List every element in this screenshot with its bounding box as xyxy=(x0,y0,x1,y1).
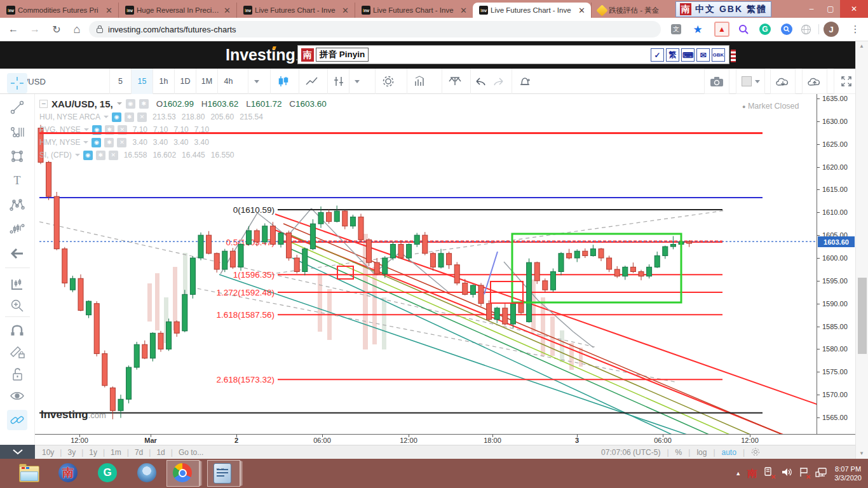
tab-close-icon[interactable]: ✕ xyxy=(104,6,114,15)
scroll-down-icon[interactable]: ▼ xyxy=(859,451,864,456)
overlay-remove-icon[interactable]: ✕ xyxy=(117,138,126,147)
range-1d[interactable]: 1d xyxy=(156,448,165,457)
log-scale-button[interactable]: log xyxy=(696,448,707,457)
magnet-tool[interactable] xyxy=(7,321,27,341)
drawing-mode-pencil-tool[interactable] xyxy=(7,342,27,363)
sidebar-bottom-collapse[interactable] xyxy=(0,445,35,459)
redo-icon[interactable] xyxy=(489,69,508,94)
snapshot-camera-icon[interactable] xyxy=(704,69,729,94)
legend-overlay-row[interactable]: HMY, NYSE◉✱✕3.403.403.403.40 xyxy=(39,136,327,149)
timeframe-1h[interactable]: 1h xyxy=(153,69,174,94)
forecast-tool[interactable] xyxy=(7,219,27,239)
save-chart-cloud-icon[interactable] xyxy=(802,69,827,94)
auto-scale-button[interactable]: auto xyxy=(722,448,736,457)
settings-gear-icon[interactable] xyxy=(375,69,400,94)
tab-close-icon[interactable]: ✕ xyxy=(222,6,233,15)
ime-language-bar[interactable]: 南 中文 GBK 繁體 xyxy=(675,1,771,17)
overlay-dropdown-icon[interactable] xyxy=(83,141,88,144)
legend-dropdown-icon[interactable] xyxy=(117,102,122,105)
background-color-picker[interactable] xyxy=(736,69,765,94)
overlay-settings-icon[interactable]: ✱ xyxy=(104,138,114,147)
axis-settings-gear-icon[interactable] xyxy=(751,447,760,458)
measure-tool[interactable] xyxy=(7,274,27,294)
compare-dropdown-icon[interactable] xyxy=(349,69,364,94)
trend-line-tool[interactable] xyxy=(7,97,27,118)
load-chart-cloud-icon[interactable] xyxy=(770,69,796,94)
browser-tab-4[interactable]: InvLive Futures Chart - Inve✕ xyxy=(473,3,591,18)
grammarly-extension-icon[interactable]: G xyxy=(757,22,773,37)
legend-symbol[interactable]: XAU/USD, 15, xyxy=(51,98,113,109)
timeframe-15[interactable]: 15 xyxy=(131,69,153,94)
page-scrollbar[interactable]: ▲ ▼ xyxy=(855,41,868,459)
lock-drawings-tool[interactable] xyxy=(7,364,27,384)
forward-icon[interactable]: → xyxy=(27,21,43,37)
link-tool[interactable] xyxy=(7,410,27,430)
browser-tab-1[interactable]: InvHuge Reversal In Preciou✕ xyxy=(118,3,236,18)
tab-close-icon[interactable]: ✕ xyxy=(340,6,351,15)
browser-menu-icon[interactable]: ⋮ xyxy=(848,22,863,37)
crosshair-tool[interactable] xyxy=(7,73,27,93)
timeframe-dropdown-icon[interactable] xyxy=(248,69,264,94)
profile-avatar[interactable]: J xyxy=(824,22,839,37)
tab-close-icon[interactable]: ✕ xyxy=(458,6,469,15)
range-1m[interactable]: 1m xyxy=(111,448,121,457)
range-1y[interactable]: 1y xyxy=(89,448,97,457)
overlay-visibility-icon[interactable]: ◉ xyxy=(112,112,121,122)
ime-checkbox-icon[interactable]: ✓ xyxy=(651,48,664,62)
acrobat-extension-icon[interactable]: ▲ xyxy=(714,22,729,37)
bookmark-star-icon[interactable]: ★ xyxy=(690,22,705,37)
legend-overlay-row[interactable]: PVG, NYSE◉✱✕7.107.107.107.10 xyxy=(39,123,327,136)
blue-search-extension-icon[interactable] xyxy=(779,22,794,37)
browser-tab-3[interactable]: InvLive Futures Chart - Inve✕ xyxy=(355,3,473,18)
chromium-app-icon[interactable] xyxy=(137,463,158,484)
browser-tab-0[interactable]: InvCommodities Futures Pri✕ xyxy=(0,3,118,18)
compare-intervals-icon[interactable] xyxy=(327,69,349,94)
indicators-icon[interactable] xyxy=(407,69,432,94)
scroll-up-icon[interactable]: ▲ xyxy=(859,43,864,49)
timeframe-1D[interactable]: 1D xyxy=(174,69,196,94)
range-7d[interactable]: 7d xyxy=(135,448,143,457)
line-style-icon[interactable] xyxy=(299,69,324,94)
tab-close-icon[interactable]: ✕ xyxy=(576,6,587,15)
range-10y[interactable]: 10y xyxy=(42,448,54,457)
globe-extension-icon[interactable] xyxy=(798,22,813,37)
goto-button[interactable]: Go to... xyxy=(179,448,203,457)
legend-settings-icon[interactable]: ✱ xyxy=(139,99,149,109)
range-3y[interactable]: 3y xyxy=(67,448,76,457)
minimize-button[interactable]: – xyxy=(802,0,821,18)
shapes-tool[interactable] xyxy=(7,146,27,166)
file-explorer-icon[interactable] xyxy=(19,463,39,484)
ime-gbk-button[interactable]: GBK xyxy=(712,48,725,62)
ime-envelope-icon[interactable]: ✉ xyxy=(696,48,710,62)
sidebar-collapse-arrow[interactable] xyxy=(7,243,27,264)
close-button[interactable]: ✕ xyxy=(840,0,868,18)
chrome-app-icon[interactable] xyxy=(173,463,193,484)
tray-input-device-icon[interactable]: ✕ xyxy=(763,466,775,480)
zoom-in-tool[interactable] xyxy=(7,295,27,316)
legend-visibility-icon[interactable]: ◉ xyxy=(126,99,135,109)
ime-keyboard-icon[interactable]: ⌨ xyxy=(681,48,695,62)
ime-app-icon[interactable]: 南 xyxy=(58,463,79,484)
percent-scale-button[interactable]: % xyxy=(675,448,682,457)
ime-traditional-button[interactable]: 繁 xyxy=(666,48,679,62)
overlay-dropdown-icon[interactable] xyxy=(84,128,89,131)
address-bar[interactable]: investing.com/charts/futures-charts xyxy=(89,21,661,37)
hide-drawings-eye-tool[interactable] xyxy=(7,386,27,406)
overlay-visibility-icon[interactable]: ◉ xyxy=(92,138,101,147)
search-extension-icon[interactable] xyxy=(736,22,751,37)
reload-icon[interactable]: ↻ xyxy=(48,21,65,37)
https-lock-icon[interactable] xyxy=(97,28,103,33)
tray-clock[interactable]: 8:07 PM3/3/2020 xyxy=(834,464,865,482)
gann-fibonacci-tool[interactable] xyxy=(7,122,27,142)
overlay-settings-icon[interactable]: ✱ xyxy=(96,151,105,160)
legend-collapse-icon[interactable]: − xyxy=(39,100,48,108)
timeframe-5[interactable]: 5 xyxy=(109,69,131,94)
legend-overlay-row[interactable]: HUI, NYSE ARCA◉✱✕213.53218.80205.60215.5… xyxy=(39,111,327,123)
hidden-icons-arrow[interactable]: ▲ xyxy=(735,470,741,477)
legend-overlay-row[interactable]: SI, (CFD)◉✱✕16.55816.60216.44516.550 xyxy=(39,149,327,161)
timeframe-4h[interactable]: 4h xyxy=(217,69,239,94)
browser-tab-2[interactable]: InvLive Futures Chart - Inve✕ xyxy=(236,3,355,18)
home-icon[interactable]: ⌂ xyxy=(69,21,85,37)
openoffice-writer-icon[interactable]: ⌄⌄ xyxy=(214,463,234,484)
candlestick-style-icon[interactable] xyxy=(270,69,295,94)
